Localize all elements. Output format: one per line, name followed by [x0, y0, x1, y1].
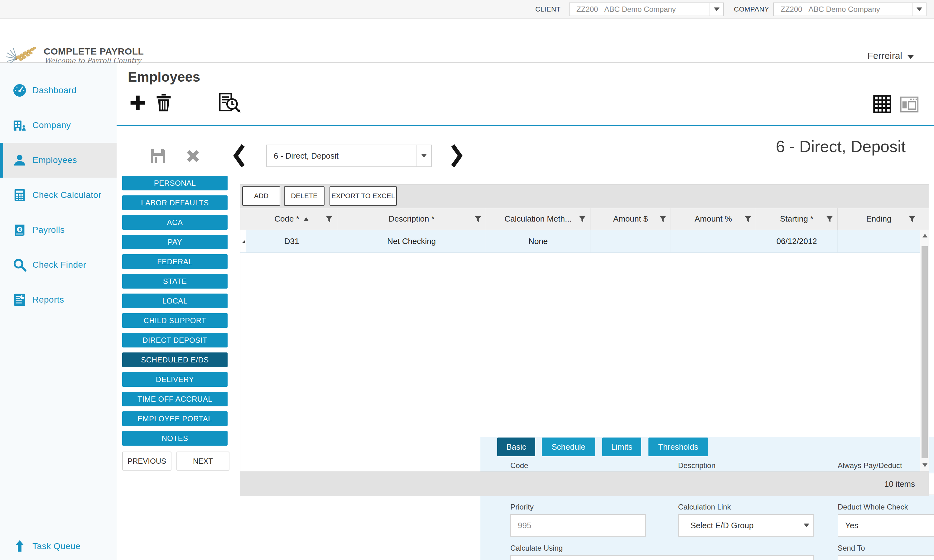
record-title: 6 - Direct, Deposit	[592, 137, 906, 156]
chevron-down-icon[interactable]	[912, 3, 926, 15]
employee-select-value: 6 - Direct, Deposit	[267, 151, 416, 161]
sidebar-item-reports[interactable]: Reports	[0, 282, 117, 317]
sidebar-item-check-finder[interactable]: Check Finder	[0, 248, 117, 282]
subnav-scheduled-e-ds[interactable]: SCHEDULED E/DS	[122, 352, 228, 367]
detail-view-icon[interactable]	[900, 95, 919, 114]
send-to-select[interactable]: Direct Deposit	[838, 555, 934, 560]
user-menu[interactable]: Ferreiral	[867, 51, 914, 61]
brand-bar: COMPLETE PAYROLL Welcome to Payroll Coun…	[0, 19, 934, 63]
toolbar-divider	[117, 125, 934, 126]
calculation-link-select[interactable]: - Select E/D Group -	[678, 514, 814, 537]
employee-select[interactable]: 6 - Direct, Deposit	[266, 145, 432, 167]
subnav-aca[interactable]: ACA	[122, 215, 228, 230]
subnav-notes[interactable]: NOTES	[122, 431, 228, 446]
scrollbar-thumb[interactable]	[922, 246, 928, 458]
filter-icon[interactable]	[325, 215, 333, 223]
subnav-labor-defaults[interactable]: LABOR DEFAULTS	[122, 195, 228, 210]
add-button[interactable]: ADD	[242, 186, 280, 206]
brand-name: COMPLETE PAYROLL	[44, 46, 144, 57]
tab-limits[interactable]: Limits	[602, 437, 641, 456]
sidebar-item-dashboard[interactable]: Dashboard	[0, 73, 117, 108]
sidebar-item-label: Check Finder	[32, 260, 86, 270]
column-header-code[interactable]: Code *	[246, 208, 337, 230]
scroll-down-icon[interactable]	[922, 463, 928, 467]
column-header-ending[interactable]: Ending	[837, 208, 920, 230]
filter-icon[interactable]	[659, 215, 667, 223]
delete-button[interactable]: DELETE	[284, 186, 325, 206]
chevron-down-icon	[907, 55, 914, 59]
tab-schedule[interactable]: Schedule	[542, 437, 595, 456]
subnav-time-off-accrual[interactable]: TIME OFF ACCRUAL	[122, 392, 228, 406]
subnav-child-support[interactable]: CHILD SUPPORT	[122, 313, 228, 328]
previous-button[interactable]: PREVIOUS	[122, 452, 171, 471]
scheduled-eds-grid: ADD DELETE EXPORT TO EXCEL Code *Descrip…	[240, 184, 929, 496]
sidebar-item-task-queue[interactable]: Task Queue	[0, 531, 117, 560]
subnav-federal[interactable]: FEDERAL	[122, 254, 228, 269]
column-header-label: Calculation Meth...	[504, 214, 572, 224]
column-header-label: Amount $	[613, 214, 648, 224]
column-header-description[interactable]: Description *	[337, 208, 486, 230]
filter-icon[interactable]	[908, 215, 916, 223]
calculate-using-select[interactable]: Method defined for this E/D	[510, 555, 814, 560]
column-header-amount_dollar[interactable]: Amount $	[590, 208, 670, 230]
previous-employee-chevron[interactable]	[233, 144, 245, 168]
chevron-down-icon[interactable]	[709, 3, 723, 15]
subnav-personal[interactable]: PERSONAL	[122, 176, 228, 191]
priority-input[interactable]	[510, 514, 646, 537]
tab-basic[interactable]: Basic	[497, 437, 535, 456]
company-select[interactable]: ZZ200 - ABC Demo Company	[773, 3, 926, 16]
chevron-down-icon[interactable]	[799, 515, 813, 536]
subnav-pay[interactable]: PAY	[122, 235, 228, 249]
filter-icon[interactable]	[744, 215, 752, 223]
cancel-button[interactable]	[184, 147, 202, 165]
grid-view-icon[interactable]	[873, 95, 892, 114]
sidebar-item-label: Payrolls	[32, 225, 65, 235]
check-calculator-icon	[12, 188, 27, 202]
grid-scrollbar[interactable]	[920, 230, 929, 471]
subnav-direct-deposit[interactable]: DIRECT DEPOSIT	[122, 333, 228, 348]
tab-thresholds[interactable]: Thresholds	[649, 437, 708, 456]
subnav-state[interactable]: STATE	[122, 274, 228, 289]
subnav-local[interactable]: LOCAL	[122, 294, 228, 308]
sidebar-item-company[interactable]: Company	[0, 108, 117, 143]
column-header-calculation_method[interactable]: Calculation Meth...	[486, 208, 590, 230]
table-row[interactable]: D31Net CheckingNone06/12/2012	[240, 230, 920, 253]
column-header-label: Description *	[388, 214, 434, 224]
client-select[interactable]: ZZ200 - ABC Demo Company	[569, 3, 724, 16]
deduct-whole-check-select[interactable]: Yes	[838, 514, 934, 537]
deduct-whole-check-label: Deduct Whole Check	[838, 503, 908, 511]
chevron-down-icon[interactable]	[416, 145, 431, 166]
collapse-row-icon[interactable]	[241, 239, 246, 244]
calculation-link-value: - Select E/D Group -	[679, 521, 799, 531]
sidebar-item-check-calculator[interactable]: Check Calculator	[0, 178, 117, 212]
filter-icon[interactable]	[578, 215, 586, 223]
next-button[interactable]: NEXT	[176, 452, 230, 471]
grid-footer: 10 items	[240, 471, 929, 496]
next-employee-chevron[interactable]	[451, 144, 462, 168]
audit-history-button[interactable]	[218, 92, 241, 114]
filter-icon[interactable]	[826, 215, 834, 223]
sidebar-item-payrolls[interactable]: $Payrolls	[0, 212, 117, 248]
column-header-amount_percent[interactable]: Amount %	[670, 208, 756, 230]
subnav-delivery[interactable]: DELIVERY	[122, 372, 228, 387]
scroll-up-icon[interactable]	[922, 234, 928, 237]
sidebar-item-label: Company	[32, 120, 71, 130]
code-label: Code	[510, 461, 528, 470]
row-cell-calculation_method: None	[486, 230, 590, 252]
task-queue-icon	[12, 539, 27, 554]
sort-ascending-icon	[304, 217, 309, 221]
column-header-starting[interactable]: Starting *	[756, 208, 837, 230]
add-employee-button[interactable]	[129, 94, 146, 112]
row-detail-panel: BasicScheduleLimitsThresholdsCodeD31Desc…	[481, 437, 934, 560]
subnav-employee-portal[interactable]: EMPLOYEE PORTAL	[122, 411, 228, 426]
save-button[interactable]	[149, 146, 167, 165]
chevron-down-icon[interactable]	[799, 556, 813, 560]
check-finder-icon	[12, 258, 27, 272]
sidebar-item-employees[interactable]: Employees	[0, 143, 117, 178]
delete-employee-button[interactable]	[155, 93, 172, 112]
filter-icon[interactable]	[474, 215, 482, 223]
row-cell-amount_percent	[670, 230, 756, 252]
reports-icon	[12, 292, 27, 307]
priority-label: Priority	[510, 503, 534, 511]
export-to-excel-button[interactable]: EXPORT TO EXCEL	[330, 186, 397, 206]
